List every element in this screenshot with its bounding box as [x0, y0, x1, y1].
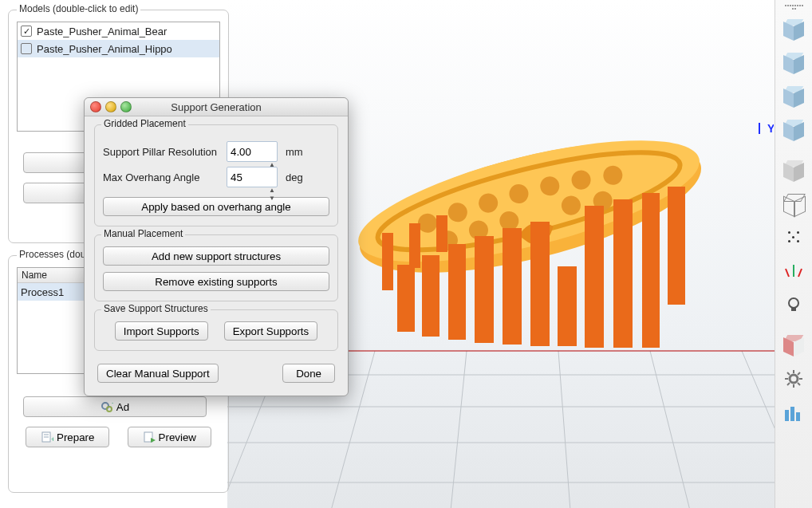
svg-rect-32 [558, 266, 577, 346]
svg-text:+: + [51, 435, 53, 443]
svg-rect-39 [436, 215, 447, 252]
svg-line-54 [787, 383, 790, 385]
svg-line-55 [798, 372, 800, 375]
support-generation-dialog: Support Generation Gridded Placement Sup… [84, 97, 349, 396]
svg-text:Y: Y [767, 122, 774, 135]
view-cube-2[interactable] [779, 49, 808, 77]
svg-rect-46 [791, 307, 796, 311]
svg-text:+: + [112, 400, 113, 407]
settings-icon[interactable] [779, 364, 808, 393]
view-cube-1[interactable] [779, 15, 808, 44]
svg-rect-35 [642, 193, 660, 348]
normals-icon[interactable] [779, 257, 808, 286]
svg-line-43 [786, 269, 789, 277]
sheet-plus-icon: + [41, 431, 53, 443]
svg-rect-36 [668, 187, 685, 305]
model-row[interactable]: Paste_Pusher_Animal_Hippo [18, 40, 219, 57]
view-cube-3[interactable] [779, 82, 808, 111]
shading-solid[interactable] [779, 156, 808, 185]
overhang-angle-input[interactable] [227, 167, 278, 187]
lighting-icon[interactable] [779, 290, 808, 319]
svg-rect-38 [409, 223, 420, 268]
gears-plus-icon: + [101, 400, 113, 413]
add-supports-button[interactable]: Add new support structures [103, 246, 329, 266]
preview-button[interactable]: Preview [128, 427, 211, 447]
done-button[interactable]: Done [282, 364, 335, 383]
checkbox-icon[interactable] [21, 43, 32, 54]
model-row[interactable]: ✓ Paste_Pusher_Animal_Bear [18, 22, 219, 40]
svg-rect-33 [585, 206, 604, 348]
svg-point-45 [789, 298, 798, 308]
overhang-angle-label: Max Overhang Angle [103, 171, 227, 183]
model-name: Paste_Pusher_Animal_Hippo [37, 43, 172, 55]
dialog-title: Support Generation [85, 101, 348, 113]
unit-label: mm [286, 146, 303, 158]
model-name: Paste_Pusher_Animal_Bear [37, 26, 167, 37]
supports-icon[interactable] [779, 398, 808, 427]
apply-overhang-button[interactable]: Apply based on overhang angle [103, 197, 329, 216]
toolbar-grip [784, 5, 803, 10]
export-supports-button[interactable]: Export Supports [224, 321, 318, 341]
svg-rect-26 [397, 265, 415, 332]
pillar-resolution-label: Support Pillar Resolution [103, 146, 227, 158]
sheet-play-icon [143, 431, 156, 443]
svg-line-52 [787, 372, 790, 375]
processes-panel-title: Processes (doub [17, 249, 93, 260]
models-panel-title: Models (double-click to edit) [17, 3, 140, 14]
unit-label: deg [286, 171, 303, 183]
clear-manual-button[interactable]: Clear Manual Support [97, 364, 219, 383]
svg-line-44 [798, 269, 802, 277]
svg-line-53 [798, 383, 800, 385]
gridded-placement-group: Gridded Placement Support Pillar Resolut… [94, 124, 338, 226]
manual-placement-group: Manual Placement Add new support structu… [94, 234, 338, 301]
shading-wireframe[interactable] [779, 190, 808, 219]
import-supports-button[interactable]: Import Supports [115, 321, 208, 341]
dialog-titlebar[interactable]: Support Generation [85, 98, 348, 116]
svg-point-59 [107, 407, 112, 412]
checkbox-icon[interactable]: ✓ [21, 26, 32, 37]
svg-point-47 [790, 375, 798, 383]
svg-rect-37 [382, 233, 393, 290]
right-toolbar [775, 0, 812, 508]
remove-supports-button[interactable]: Remove existing supports [103, 272, 329, 291]
view-cube-4[interactable] [779, 116, 808, 144]
save-supports-group: Save Support Structures Import Supports … [94, 309, 338, 351]
svg-rect-34 [613, 199, 633, 348]
spin-down-icon[interactable]: ▼ [268, 195, 276, 203]
section-icon[interactable] [779, 331, 808, 360]
shading-points[interactable] [779, 223, 808, 252]
prepare-button[interactable]: + Prepare [26, 427, 109, 447]
svg-rect-31 [530, 222, 550, 346]
pillar-resolution-input[interactable] [227, 141, 278, 162]
svg-rect-30 [503, 228, 522, 345]
svg-rect-28 [448, 244, 466, 340]
add-process-button[interactable]: + Ad [23, 396, 207, 417]
svg-rect-27 [422, 255, 440, 337]
svg-rect-29 [475, 236, 494, 343]
axis-indicator: Y [756, 120, 774, 136]
